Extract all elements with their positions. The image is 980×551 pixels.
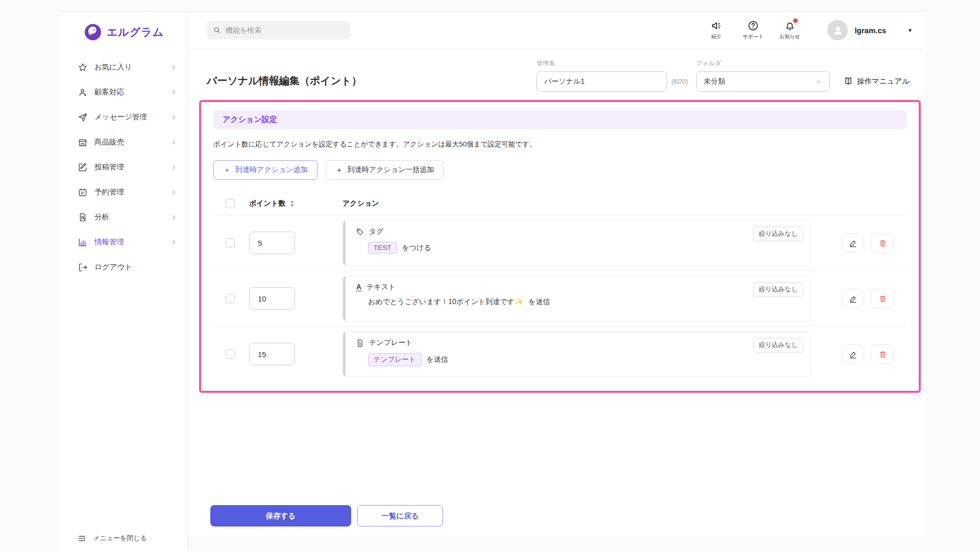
- pencil-icon: [849, 294, 857, 303]
- action-type: テキスト: [366, 283, 396, 292]
- add-action-button[interactable]: ＋ 到達時アクション追加: [213, 160, 317, 180]
- news-button[interactable]: お知らせ: [778, 20, 801, 40]
- chevron-down-icon: [815, 78, 822, 85]
- action-settings-section: アクション設定 ポイント数に応じてアクションを設定することができます。アクション…: [199, 100, 921, 393]
- sidebar-item-product-sales[interactable]: 商品販売: [60, 130, 187, 155]
- manual-link-label: 操作マニュアル: [857, 77, 910, 86]
- search-box[interactable]: [207, 21, 350, 39]
- sidebar-item-favorites[interactable]: お気に入り: [60, 55, 187, 80]
- delete-button[interactable]: [871, 289, 894, 308]
- sidebar-item-label: 情報管理: [94, 237, 170, 247]
- sidebar-item-reservation-management[interactable]: 予約管理: [60, 180, 187, 205]
- admin-name-label: 管理名: [536, 59, 667, 68]
- logo-text: エルグラム: [107, 25, 164, 39]
- chevron-right-icon: [170, 214, 177, 221]
- edit-button[interactable]: [842, 344, 864, 364]
- sidebar-item-information-management[interactable]: 情報管理: [60, 230, 187, 255]
- points-input[interactable]: [249, 232, 295, 254]
- chevron-right-icon: [170, 164, 177, 171]
- sidebar-item-message-management[interactable]: メッセージ管理: [60, 105, 187, 130]
- folder-label: フォルダ: [696, 59, 830, 68]
- sidebar-item-post-management[interactable]: 投稿管理: [60, 155, 187, 180]
- trash-icon: [878, 350, 887, 359]
- sidebar-item-label: メッセージ管理: [94, 112, 170, 122]
- support-button[interactable]: サポート: [742, 20, 764, 40]
- filter-badge: 絞り込みなし: [753, 282, 803, 297]
- sidebar-item-label: 予約管理: [94, 187, 170, 197]
- action-card: タグ TEST をつける 絞り込みなし: [342, 220, 811, 266]
- person-icon: [78, 87, 88, 97]
- search-icon: [213, 26, 221, 34]
- plus-icon: ＋: [223, 165, 231, 175]
- actions-table: ポイント数 アクション: [213, 192, 906, 382]
- filter-badge: 絞り込みなし: [753, 338, 803, 353]
- bulk-add-action-button[interactable]: ＋ 到達時アクション一括追加: [326, 160, 444, 180]
- points-input[interactable]: [249, 343, 295, 365]
- action-type: タグ: [369, 227, 384, 236]
- send-icon: [78, 112, 88, 122]
- edit-button[interactable]: [842, 233, 864, 253]
- action-message: おめでとうございます！10ポイント到達です✨: [368, 297, 523, 307]
- collapse-menu-button[interactable]: メニューを閉じる: [78, 534, 147, 543]
- template-badge: テンプレート: [368, 353, 422, 366]
- sidebar-item-label: 投稿管理: [94, 162, 170, 172]
- sidebar-item-logout[interactable]: ログアウト: [60, 255, 187, 280]
- back-to-list-button[interactable]: 一覧に戻る: [357, 505, 443, 527]
- help-circle-icon: [747, 20, 759, 32]
- caret-down-icon: ▼: [908, 28, 913, 33]
- sort-icon[interactable]: [289, 200, 295, 207]
- collapse-menu-icon: [78, 534, 86, 543]
- sidebar-item-label: ログアウト: [94, 262, 177, 272]
- star-icon: [78, 62, 88, 72]
- trash-icon: [878, 239, 887, 247]
- table-header: ポイント数 アクション: [213, 192, 906, 215]
- row-checkbox[interactable]: [226, 294, 235, 303]
- delete-button[interactable]: [871, 344, 894, 364]
- sidebar-item-label: 分析: [94, 212, 170, 222]
- sidebar-item-customer-support[interactable]: 顧客対応: [60, 80, 187, 105]
- form-footer: 保存する 一覧に戻る: [210, 505, 925, 527]
- sidebar-item-analytics[interactable]: 分析: [60, 205, 187, 230]
- chevron-right-icon: [170, 139, 177, 146]
- delete-button[interactable]: [871, 233, 894, 253]
- row-checkbox[interactable]: [226, 349, 235, 359]
- plus-icon: ＋: [335, 165, 343, 175]
- select-all-checkbox[interactable]: [226, 199, 235, 208]
- pencil-icon: [849, 239, 857, 247]
- app-window: エルグラム お気に入り 顧客対応 メッセージ管理 商品販売: [60, 11, 925, 551]
- action-column-header: アクション: [342, 199, 906, 208]
- action-card: A テキスト おめでとうございます！10ポイント到達です✨ を送信 絞り込みなし: [342, 276, 811, 321]
- notification-dot: [793, 18, 798, 23]
- avatar-person-icon: [831, 24, 844, 37]
- chevron-right-icon: [170, 64, 177, 71]
- folder-select-value: 未分類: [704, 77, 725, 86]
- manual-link[interactable]: 操作マニュアル: [843, 76, 910, 86]
- user-menu[interactable]: lgram.cs ▼: [827, 20, 913, 40]
- edit-button[interactable]: [842, 289, 864, 308]
- sidebar-item-label: 顧客対応: [94, 87, 170, 97]
- sidebar: エルグラム お気に入り 顧客対応 メッセージ管理 商品販売: [60, 12, 188, 551]
- intro-label: 紹介: [711, 33, 721, 40]
- action-row: テンプレート テンプレート を送信 絞り込みなし: [213, 327, 906, 382]
- search-input[interactable]: [226, 26, 344, 34]
- page-header: パーソナル情報編集（ポイント） 管理名 (6/20) フォルダ 未分類: [188, 49, 925, 100]
- sidebar-menu: お気に入り 顧客対応 メッセージ管理 商品販売 投稿管理: [60, 55, 187, 280]
- tag-badge: TEST: [368, 242, 397, 254]
- save-button[interactable]: 保存する: [210, 505, 351, 527]
- sidebar-item-label: お気に入り: [94, 62, 170, 72]
- user-name: lgram.cs: [854, 26, 886, 35]
- admin-name-input[interactable]: [536, 71, 667, 92]
- intro-button[interactable]: 紹介: [705, 20, 727, 40]
- points-input[interactable]: [249, 287, 295, 310]
- chevron-right-icon: [170, 89, 177, 96]
- document-search-icon: [78, 212, 88, 222]
- folder-select[interactable]: 未分類: [696, 71, 830, 92]
- trash-icon: [878, 294, 887, 303]
- news-label: お知らせ: [779, 33, 800, 40]
- logo[interactable]: エルグラム: [60, 12, 187, 41]
- store-icon: [78, 137, 88, 147]
- action-row: タグ TEST をつける 絞り込みなし: [213, 215, 906, 271]
- page-title: パーソナル情報編集（ポイント）: [207, 74, 362, 88]
- row-checkbox[interactable]: [226, 238, 235, 247]
- action-card: テンプレート テンプレート を送信 絞り込みなし: [342, 331, 811, 377]
